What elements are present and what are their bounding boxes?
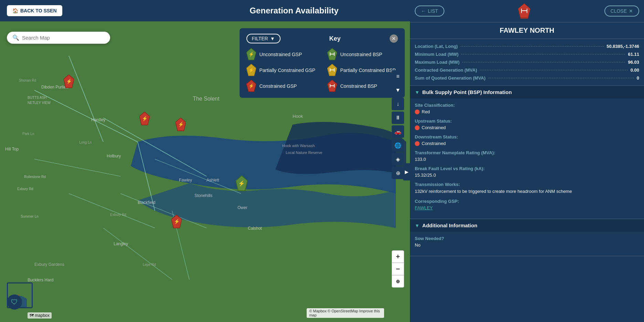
search-box: 🔍 — [7, 32, 110, 44]
additional-info-section: ▼ Additional Information Sow Needed? No — [410, 219, 644, 256]
site-classification-value: Red — [415, 109, 639, 114]
svg-text:NETLEY VIEW: NETLEY VIEW — [28, 101, 51, 105]
partially-gsp-icon: ⚡ — [246, 64, 256, 76]
downstream-status-dot — [415, 141, 420, 146]
marker-5[interactable]: ⚡ — [171, 215, 182, 230]
compass-button[interactable]: ⊕ — [392, 167, 404, 179]
partially-bsp-icon — [327, 64, 337, 76]
svg-text:⚡: ⚡ — [249, 83, 254, 89]
additional-info-header[interactable]: ▼ Additional Information — [410, 219, 644, 232]
mapbox-credit: © Mapbox © OpenStreetMap Improve this ma… — [306, 308, 384, 318]
svg-text:⚡: ⚡ — [178, 122, 184, 127]
filter-key-header: FILTER ▼ Key ✕ — [246, 34, 398, 43]
svg-text:Calshot: Calshot — [248, 226, 262, 231]
constrained-gsp-label: Constrained GSP — [260, 83, 297, 89]
close-x-icon: ✕ — [629, 8, 633, 14]
svg-text:Hook: Hook — [293, 114, 303, 119]
svg-text:⚡: ⚡ — [66, 79, 72, 84]
transformer-group: Transformer Nameplate Rating (MVA): 133.… — [415, 150, 639, 162]
partially-bsp-label: Partially Constrained BSP — [340, 67, 396, 73]
info-row-sum-quoted: Sum of Quoted Generation (MVA) 0 — [415, 74, 639, 82]
panel-marker-icon — [518, 3, 530, 19]
min-load-value: 61.11 — [628, 52, 639, 57]
max-load-value: 96.03 — [628, 60, 639, 65]
bsp-section-body: Site Classification: Red Upstream Status… — [410, 98, 644, 219]
mapbox-logo: 🗺 mapbox — [28, 312, 52, 319]
svg-text:⚡: ⚡ — [249, 51, 254, 57]
search-input[interactable] — [22, 35, 105, 41]
svg-text:⚡: ⚡ — [174, 219, 180, 225]
transmission-works-group: Transmission Works: 132kV reinforcement … — [415, 182, 639, 195]
transmission-works-value: 132kV reinforcement to be triggered to c… — [415, 188, 639, 195]
max-load-label: Maximum Load (MW) — [415, 60, 460, 65]
svg-text:Hook with Warsash: Hook with Warsash — [282, 144, 315, 148]
layers-button[interactable]: ≡ — [392, 70, 404, 83]
pause-button[interactable]: ⏸ — [392, 112, 404, 124]
svg-text:Stonehills: Stonehills — [194, 193, 212, 198]
cube-button[interactable]: ◈ — [392, 153, 404, 165]
marker-1[interactable]: ⚡ — [64, 75, 74, 90]
close-key-button[interactable]: ✕ — [390, 34, 398, 43]
zoom-out-button[interactable]: − — [392, 263, 404, 275]
min-load-label: Minimum Load (MW) — [415, 52, 458, 57]
marker-fawley-north[interactable]: ⚡ — [236, 176, 247, 193]
svg-text:BUTTS ASH: BUTTS ASH — [28, 96, 47, 100]
close-panel-button[interactable]: CLOSE ✕ — [604, 6, 639, 17]
additional-collapse-icon: ▼ — [415, 223, 420, 228]
svg-text:Fawley: Fawley — [179, 178, 192, 183]
key-grid: ⚡ Unconstrained GSP Unconstrained BSP ⚡ — [246, 48, 398, 92]
upstream-status-label: Upstream Status: — [415, 118, 639, 124]
contracted-gen-value: 0.00 — [631, 67, 639, 73]
search-icon: 🔍 — [12, 34, 19, 41]
contracted-gen-label: Contracted Generation (MVA) — [415, 67, 477, 73]
site-classification-label: Site Classification: — [415, 103, 639, 108]
upstream-status-value: Constrained — [415, 125, 639, 130]
map-controls: ≡ ▼ ↓ ⏸ 🚗 🌐 ◈ ⊕ — [392, 70, 404, 179]
key-item-partially-gsp: ⚡ Partially Constrained GSP — [246, 64, 317, 76]
sum-quoted-dots — [488, 78, 634, 78]
marker-2[interactable]: ⚡ — [139, 112, 150, 127]
marker-3[interactable]: ⚡ — [176, 118, 186, 133]
list-button[interactable]: ← LIST — [415, 6, 444, 17]
additional-info-body: Sow Needed? No — [410, 232, 644, 256]
shield-icon: 🛡 — [7, 294, 22, 310]
key-item-constrained-gsp: ⚡ Constrained GSP — [246, 80, 317, 92]
svg-text:Hardley: Hardley — [91, 117, 105, 122]
sow-needed-value: No — [415, 242, 639, 248]
info-row-min-load: Minimum Load (MW) 61.11 — [415, 50, 639, 58]
corresponding-gsp-label: Corresponding GSP: — [415, 199, 639, 204]
site-classification-dot — [415, 110, 420, 114]
bsp-section: ▼ Bulk Supply Point (BSP) Information Si… — [410, 86, 644, 219]
filter-key-panel: FILTER ▼ Key ✕ ⚡ Unconstrained GSP — [240, 28, 405, 98]
sow-needed-label: Sow Needed? — [415, 236, 639, 241]
zoom-in-button[interactable]: + — [392, 250, 404, 263]
globe-button[interactable]: 🌐 — [392, 139, 404, 152]
min-load-dots — [461, 54, 625, 54]
location-value: 50.8385,-1.3746 — [606, 44, 639, 49]
panel-header: ← LIST CLOSE ✕ — [410, 0, 644, 22]
upstream-status-dot — [415, 125, 420, 130]
downstream-status-value: Constrained — [415, 141, 639, 146]
key-item-unconstrained-bsp: Unconstrained BSP — [327, 48, 398, 61]
svg-text:Langley: Langley — [114, 241, 128, 246]
download-button[interactable]: ↓ — [392, 98, 404, 110]
filter-map-button[interactable]: ▼ — [392, 84, 404, 96]
svg-text:The Solent: The Solent — [193, 96, 220, 102]
filter-label: FILTER — [252, 36, 268, 41]
panel-expand-button[interactable]: ▶ — [403, 163, 410, 180]
bsp-section-header[interactable]: ▼ Bulk Supply Point (BSP) Information — [410, 86, 644, 98]
car-button[interactable]: 🚗 — [392, 125, 404, 138]
svg-text:Park Ln: Park Ln — [22, 132, 34, 136]
gsp-link[interactable]: FAWLEY — [415, 205, 433, 210]
info-row-contracted-gen: Contracted Generation (MVA) 0.00 — [415, 66, 639, 74]
unconstrained-bsp-label: Unconstrained BSP — [340, 52, 382, 57]
break-fault-label: Break Fault Level vs Rating (kA): — [415, 166, 639, 171]
bsp-section-title: Bulk Supply Point (BSP) Information — [422, 89, 512, 95]
location-dots — [461, 46, 604, 46]
transformer-value: 133.0 — [415, 157, 639, 162]
back-to-ssen-button[interactable]: 🏠 BACK TO SSEN — [7, 5, 62, 16]
filter-button[interactable]: FILTER ▼ — [246, 34, 281, 43]
reset-bearing-button[interactable]: ⊕ — [392, 275, 404, 288]
svg-text:Shonan Rd: Shonan Rd — [19, 79, 36, 82]
info-grid: Location (Lat, Long) 50.8385,-1.3746 Min… — [410, 39, 644, 86]
